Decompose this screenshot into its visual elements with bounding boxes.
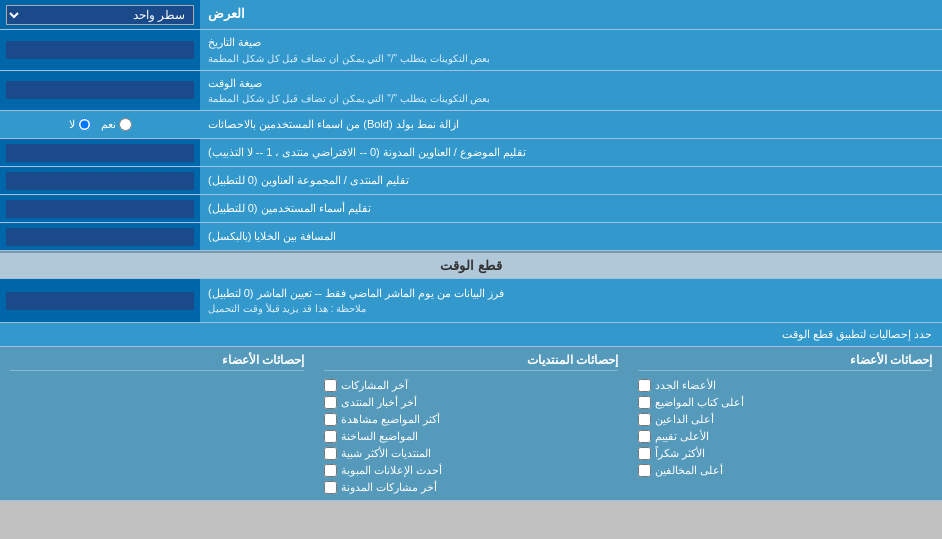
cell-spacing-row: المسافة بين الخلايا (بالبكسل) 2 [0,223,942,251]
cutoff-input-container: 0 [0,279,200,322]
cb-recent-blogs-label[interactable]: أخر مشاركات المدونة [324,481,618,494]
col-members2-title: إحصائات الأعضاء [10,353,304,371]
bold-options: نعم لا [0,111,200,138]
main-label: العرض [200,0,942,29]
checkboxes-col-forums: إحصائات المنتديات آخر المشاركات أخر أخبا… [314,347,628,500]
bold-row: ازالة نمط بولد (Bold) من اسماء المستخدمي… [0,111,942,139]
usernames-input[interactable]: 0 [6,200,194,218]
cb-most-thanks[interactable] [638,447,651,460]
topics-titles-label: تقليم الموضوع / العناوين المدونة (0 -- ا… [200,139,942,166]
cb-top-posters[interactable] [638,396,651,409]
col-forums-title: إحصائات المنتديات [324,353,618,371]
bold-no-radio[interactable] [78,118,91,131]
cb-top-subjects-label[interactable]: أعلى الداعين [638,413,932,426]
date-format-input[interactable]: d-m [6,41,194,59]
cell-spacing-input-container: 2 [0,223,200,250]
cb-top-viewed-label[interactable]: أكثر المواضيع مشاهدة [324,413,618,426]
cb-top-rating-label[interactable]: الأعلى تقييم [638,430,932,443]
bold-label: ازالة نمط بولد (Bold) من اسماء المستخدمي… [200,111,942,138]
apply-row: حدد إحصاليات لتطبيق قطع الوقت [0,323,942,347]
cb-top-posters-label[interactable]: أعلى كتاب المواضيع [638,396,932,409]
cutoff-label: فرز البيانات من يوم الماشر الماضي فقط --… [200,279,942,322]
usernames-label: تقليم أسماء المستخدمين (0 للتطبيل) [200,195,942,222]
forum-titles-row: تقليم المنتدى / المجموعة العناوين (0 للت… [0,167,942,195]
cb-hot-topics[interactable] [324,430,337,443]
bold-no-label[interactable]: لا [69,118,91,131]
cb-similar-forums-label[interactable]: المنتديات الأكثر شبية [324,447,618,460]
cutoff-row: فرز البيانات من يوم الماشر الماضي فقط --… [0,279,942,323]
date-format-row: صيغة التاريخ بعض التكوينات يتطلب "/" الت… [0,30,942,71]
cutoff-input[interactable]: 0 [6,292,194,310]
cb-last-posts[interactable] [324,379,337,392]
cb-most-thanks-label[interactable]: الأكثر شكراً [638,447,932,460]
cb-forum-news-label[interactable]: أخر أخبار المنتدى [324,396,618,409]
time-format-input[interactable]: H:i [6,81,194,99]
cb-latest-ads-label[interactable]: أحدث الإعلانات المبوبة [324,464,618,477]
topics-titles-input[interactable]: 33 [6,144,194,162]
display-mode-select[interactable]: سطر واحد سطرين ثلاثة أسطر [6,5,194,25]
bold-yes-label[interactable]: نعم [101,118,132,131]
cb-latest-ads[interactable] [324,464,337,477]
forum-titles-input[interactable]: 33 [6,172,194,190]
date-format-label: صيغة التاريخ بعض التكوينات يتطلب "/" الت… [200,30,942,70]
checkboxes-col-members2: إحصائات الأعضاء [0,347,314,500]
time-format-row: صيغة الوقت بعض التكوينات يتطلب "/" التي … [0,71,942,112]
cb-top-subjects[interactable] [638,413,651,426]
cb-recent-blogs[interactable] [324,481,337,494]
checkboxes-col-members: إحصائات الأعضاء الأعضاء الجدد أعلى كتاب … [628,347,942,500]
time-format-label: صيغة الوقت بعض التكوينات يتطلب "/" التي … [200,71,942,111]
cb-top-rating[interactable] [638,430,651,443]
main-header-row: العرض سطر واحد سطرين ثلاثة أسطر [0,0,942,30]
cell-spacing-label: المسافة بين الخلايا (بالبكسل) [200,223,942,250]
cell-spacing-input[interactable]: 2 [6,228,194,246]
topics-titles-row: تقليم الموضوع / العناوين المدونة (0 -- ا… [0,139,942,167]
time-format-input-container: H:i [0,71,200,111]
topics-titles-input-container: 33 [0,139,200,166]
cb-top-viewed[interactable] [324,413,337,426]
cb-hot-topics-label[interactable]: المواضيع الساخنة [324,430,618,443]
cb-top-lurkers[interactable] [638,464,651,477]
usernames-row: تقليم أسماء المستخدمين (0 للتطبيل) 0 [0,195,942,223]
checkboxes-section: إحصائات الأعضاء الأعضاء الجدد أعلى كتاب … [0,347,942,501]
cb-top-lurkers-label[interactable]: أعلى المخالفين [638,464,932,477]
cb-forum-news[interactable] [324,396,337,409]
col-members-title: إحصائات الأعضاء [638,353,932,371]
date-format-input-container: d-m [0,30,200,70]
cb-similar-forums[interactable] [324,447,337,460]
forum-titles-label: تقليم المنتدى / المجموعة العناوين (0 للت… [200,167,942,194]
cb-new-members[interactable] [638,379,651,392]
display-mode-container: سطر واحد سطرين ثلاثة أسطر [0,0,200,29]
cb-new-members-label[interactable]: الأعضاء الجدد [638,379,932,392]
cutoff-section-header: قطع الوقت [0,251,942,279]
forum-titles-input-container: 33 [0,167,200,194]
bold-yes-radio[interactable] [119,118,132,131]
usernames-input-container: 0 [0,195,200,222]
cb-last-posts-label[interactable]: آخر المشاركات [324,379,618,392]
